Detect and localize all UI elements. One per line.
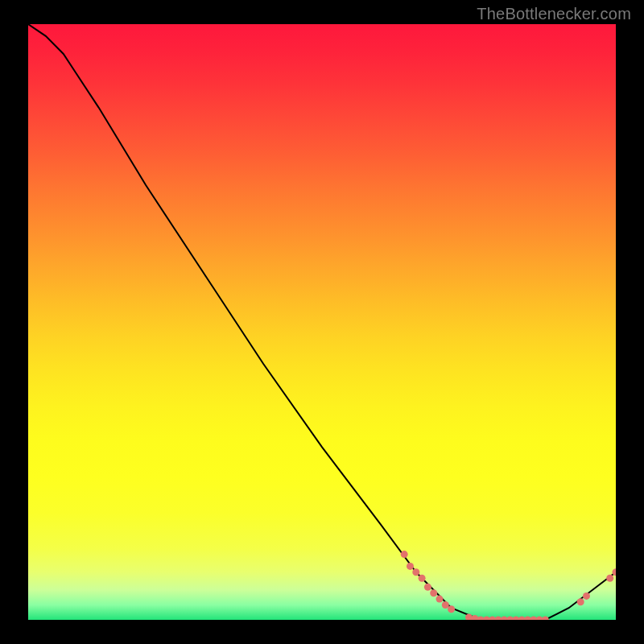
data-marker <box>412 568 419 576</box>
data-marker <box>442 601 449 609</box>
data-marker <box>419 575 426 582</box>
data-marker <box>424 584 431 591</box>
plot-area <box>28 24 616 620</box>
data-marker <box>407 563 414 570</box>
chart-container: TheBottlenecker.com <box>0 0 644 644</box>
data-marker <box>436 596 444 603</box>
data-marker <box>583 592 590 600</box>
attribution-label: TheBottlenecker.com <box>477 5 631 23</box>
chart-svg <box>28 24 616 620</box>
gradient-background <box>28 24 616 620</box>
data-marker <box>448 605 455 613</box>
data-marker <box>430 589 437 597</box>
data-marker <box>401 551 408 558</box>
data-marker <box>606 575 613 582</box>
data-marker <box>577 598 584 605</box>
